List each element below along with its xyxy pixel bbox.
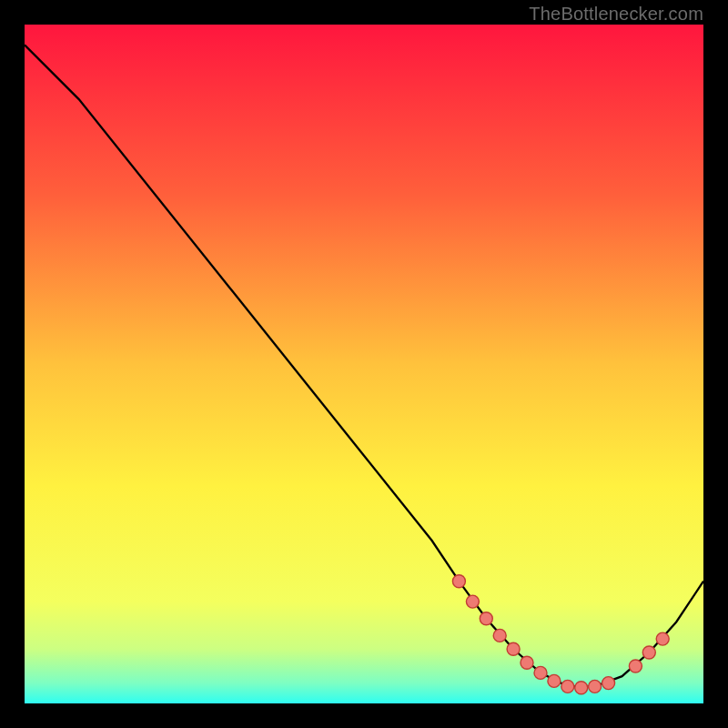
- data-marker: [656, 632, 669, 645]
- chart-frame: TheBottlenecker.com: [0, 0, 728, 728]
- data-marker: [589, 680, 602, 693]
- data-marker: [521, 656, 533, 669]
- curve-markers: [452, 575, 669, 694]
- data-marker: [507, 642, 520, 655]
- data-marker: [575, 682, 588, 694]
- data-marker: [480, 612, 492, 625]
- data-marker: [466, 595, 479, 608]
- data-marker: [548, 674, 561, 687]
- data-marker: [452, 575, 465, 588]
- curve-overlay: [25, 25, 703, 703]
- data-marker: [602, 677, 615, 690]
- data-marker: [561, 680, 574, 693]
- data-marker: [493, 629, 506, 642]
- attribution-text: TheBottlenecker.com: [529, 4, 703, 25]
- bottleneck-curve: [25, 45, 703, 686]
- plot-area: [25, 25, 703, 703]
- data-marker: [642, 646, 655, 659]
- data-marker: [534, 666, 547, 679]
- data-marker: [629, 660, 642, 672]
